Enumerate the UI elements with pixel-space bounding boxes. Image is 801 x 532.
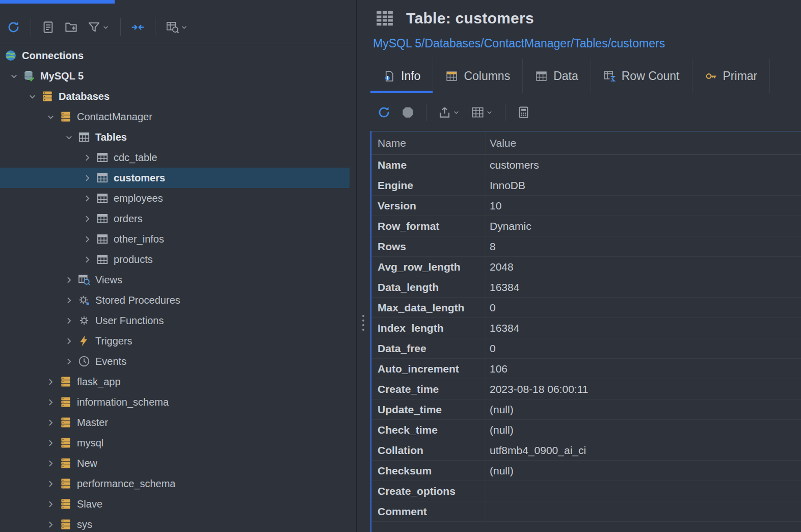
cell-name[interactable]: Engine [371, 175, 486, 195]
chevron-right-icon[interactable] [42, 377, 59, 387]
tree-item-performance-schema[interactable]: performance_schema [0, 473, 350, 494]
chevron-down-icon[interactable] [180, 23, 189, 32]
cell-value[interactable]: InnoDB [486, 175, 801, 195]
tree-item-cdc-table[interactable]: cdc_table [0, 147, 350, 168]
grid-row-data-length[interactable]: Data_length16384 [371, 277, 801, 298]
grid-row-auto-increment[interactable]: Auto_increment106 [371, 359, 801, 379]
cell-name[interactable]: Update_time [371, 400, 486, 419]
grid-row-update-time[interactable]: Update_time(null) [371, 400, 801, 420]
calculator-button[interactable] [514, 103, 533, 121]
cell-value[interactable]: utf8mb4_0900_ai_ci [486, 440, 801, 460]
tree-item-master[interactable]: Master [0, 412, 350, 433]
collapse-all-button[interactable] [128, 18, 147, 36]
tree-item-user-functions[interactable]: User Functions [0, 310, 350, 331]
tree-item-customers[interactable]: customers [0, 168, 350, 188]
breadcrumb[interactable]: MySQL 5/Databases/ContactManager/Tables/… [370, 37, 801, 59]
chevron-down-icon[interactable] [42, 112, 59, 122]
cell-name[interactable]: Version [371, 196, 486, 216]
tree-item-employees[interactable]: employees [0, 188, 350, 208]
grid-row-index-length[interactable]: Index_length16384 [371, 318, 801, 338]
chevron-right-icon[interactable] [78, 234, 96, 245]
splitter-grip[interactable] [362, 315, 364, 317]
grid-row-collation[interactable]: Collationutf8mb4_0900_ai_ci [371, 440, 801, 461]
tree-item-new[interactable]: New [0, 453, 350, 473]
grid-row-avg-row-length[interactable]: Avg_row_length2048 [371, 257, 801, 277]
tree-item-connections[interactable]: Connections [0, 45, 350, 66]
chevron-right-icon[interactable] [60, 275, 77, 285]
tree-item-events[interactable]: Events [0, 351, 350, 371]
chevron-right-icon[interactable] [42, 458, 59, 469]
cell-name[interactable]: Create_options [371, 481, 486, 501]
cell-value[interactable]: 0 [486, 298, 801, 317]
tab-columns[interactable]: Columns [433, 59, 523, 93]
tree-item-other-infos[interactable]: other_infos [0, 229, 350, 249]
cell-name[interactable]: Row_format [371, 216, 486, 236]
cell-value[interactable] [486, 481, 801, 501]
cell-name[interactable]: Max_data_length [371, 298, 486, 317]
cell-name[interactable]: Avg_row_length [371, 257, 486, 277]
grid-row-create-time[interactable]: Create_time2023-08-18 06:00:11 [371, 379, 801, 400]
tree-item-views[interactable]: Views [0, 270, 350, 290]
refresh-button[interactable] [4, 18, 23, 36]
cell-name[interactable]: Data_free [371, 338, 486, 358]
tree-item-mysql-5[interactable]: MySQL 5 [0, 66, 350, 86]
tree-item-flask-app[interactable]: flask_app [0, 371, 350, 392]
cell-value[interactable]: 2048 [486, 257, 801, 277]
chevron-right-icon[interactable] [78, 152, 96, 163]
tree-item-stored-procedures[interactable]: Stored Procedures [0, 290, 350, 310]
chevron-right-icon[interactable] [42, 499, 59, 510]
filter-button[interactable] [85, 18, 113, 36]
chevron-right-icon[interactable] [60, 356, 77, 367]
cell-value[interactable]: 10 [486, 196, 801, 216]
tree-item-triggers[interactable]: Triggers [0, 331, 350, 351]
cell-name[interactable]: Checksum [371, 461, 486, 481]
grid-row-max-data-length[interactable]: Max_data_length0 [371, 298, 801, 318]
tree-item-mysql[interactable]: mysql [0, 433, 350, 453]
chevron-right-icon[interactable] [42, 478, 59, 489]
grid-row-comment[interactable]: Comment [371, 501, 801, 522]
chevron-right-icon[interactable] [78, 254, 96, 265]
tab-info[interactable]: Info [370, 59, 433, 93]
cell-name[interactable]: Name [371, 155, 486, 175]
chevron-right-icon[interactable] [60, 315, 77, 326]
tree-item-information-schema[interactable]: information_schema [0, 392, 350, 412]
new-folder-button[interactable] [62, 18, 81, 36]
chevron-right-icon[interactable] [78, 173, 96, 183]
tree-item-products[interactable]: products [0, 249, 350, 270]
grid-search-button[interactable] [163, 18, 191, 36]
cell-name[interactable]: Create_time [371, 379, 486, 399]
cell-name[interactable]: Index_length [371, 318, 486, 338]
cell-name[interactable]: Data_length [371, 277, 486, 297]
cell-value[interactable]: 0 [486, 338, 801, 358]
grid-button[interactable] [468, 103, 496, 121]
chevron-down-icon[interactable] [5, 71, 22, 82]
cell-name[interactable]: Comment [371, 501, 486, 521]
grid-row-rows[interactable]: Rows8 [371, 236, 801, 257]
sql-script-button[interactable] [39, 18, 58, 36]
grid-row-checksum[interactable]: Checksum(null) [371, 461, 801, 481]
chevron-right-icon[interactable] [78, 193, 96, 204]
chevron-right-icon[interactable] [42, 397, 59, 408]
grid-row-check-time[interactable]: Check_time(null) [371, 420, 801, 440]
grid-row-version[interactable]: Version10 [371, 196, 801, 216]
cell-value[interactable]: 2023-08-18 06:00:11 [486, 379, 801, 399]
refresh-button[interactable] [375, 103, 393, 121]
column-header-name[interactable]: Name [371, 131, 486, 154]
tab-primar[interactable]: Primar [692, 59, 770, 93]
tree-item-databases[interactable]: Databases [0, 86, 350, 107]
tree-item-orders[interactable]: orders [0, 208, 350, 229]
column-header-value[interactable]: Value [486, 131, 801, 154]
cell-name[interactable]: Rows [371, 236, 486, 256]
panel-splitter[interactable] [357, 0, 370, 532]
cell-value[interactable]: 16384 [486, 318, 801, 338]
chevron-right-icon[interactable] [42, 438, 59, 448]
chevron-down-icon[interactable] [23, 91, 41, 102]
cell-value[interactable]: (null) [486, 400, 801, 419]
cell-value[interactable] [486, 501, 801, 521]
chevron-right-icon[interactable] [60, 295, 77, 306]
chevron-down-icon[interactable] [60, 132, 77, 143]
tab-data[interactable]: Data [523, 59, 591, 93]
cell-name[interactable]: Auto_increment [371, 359, 486, 379]
grid-row-name[interactable]: Namecustomers [371, 155, 801, 175]
chevron-right-icon[interactable] [60, 336, 77, 347]
